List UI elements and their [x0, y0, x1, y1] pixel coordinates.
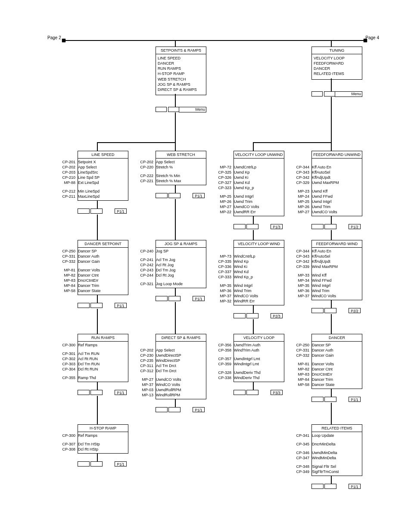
param-code: CP-242 [136, 262, 155, 268]
param-name: Uwnd Kp [233, 170, 292, 175]
menu-item[interactable]: RUN RAMPS [158, 66, 204, 71]
param-code: MP-36 [214, 288, 233, 293]
param-code: MP-26 [214, 199, 233, 204]
param-name: Kff Auto En [311, 165, 370, 170]
param-name: Acl Rt Jog [155, 262, 214, 268]
bus-line [65, 40, 364, 41]
param-code: CP-221 [136, 178, 155, 184]
box-title: DIRECT SP & RAMPS [156, 334, 206, 342]
box-title: VELOCITY LOOP WIND [234, 240, 284, 248]
param-code: CP-300 [58, 342, 77, 348]
menu-item[interactable]: H-STOP RAMP [158, 71, 204, 76]
param-name: Wind Intgrl [233, 283, 292, 288]
param-code: CP-303 [58, 361, 77, 367]
param-code: CP-359 [214, 361, 233, 367]
param-name: Dcl Rt HStp [77, 447, 136, 452]
param-code: MP-83 [292, 372, 311, 377]
param-name: UwndCO Volts [233, 204, 292, 209]
param-code: MP-72 [214, 165, 233, 170]
menu-button[interactable]: Menu [179, 107, 206, 112]
param-name: Wind Ki [233, 264, 292, 269]
param-name: Uwnd Trim [233, 199, 292, 204]
param-name: Wind Intgrl [311, 283, 370, 288]
param-code: CP-222 [136, 173, 155, 178]
param-code: MP-27 [292, 209, 311, 215]
param-code: MP-32 [214, 299, 233, 304]
param-name: DncrCtntErr [77, 278, 136, 283]
param-name: Setpoint X [77, 159, 136, 165]
pager: P2/3 [234, 313, 284, 319]
param-name: Wind FFwd [311, 278, 370, 283]
param-code: CP-333 [214, 274, 233, 280]
param-code: CP-329 [292, 180, 311, 185]
param-name: Uwnd Intgrl [233, 194, 292, 199]
param-name: MaxLineSpd [77, 194, 136, 199]
param-code: CP-338 [214, 375, 233, 380]
param-code: CP-212 [58, 189, 77, 194]
param-code: CP-336 [214, 264, 233, 269]
pager: P2/2 [311, 308, 362, 314]
menu-item[interactable]: WEB STRETCH [158, 77, 204, 82]
param-name: Min LineSpd [77, 189, 136, 194]
param-code: CP-321 [136, 281, 155, 286]
box-title: FEEDFORWARD WIND [312, 240, 362, 248]
param-code: MP-82 [58, 273, 77, 278]
param-name: Dancer Trim [77, 283, 136, 288]
param-name: Dancer Gain [311, 353, 370, 358]
param-name: Acl Rt RUN [77, 356, 136, 361]
pager: P1/1 [78, 208, 128, 215]
param-code: MP-27 [136, 377, 155, 382]
menu-item[interactable]: VELOCITY LOOP [314, 56, 360, 61]
param-name: Dancer Volts [311, 361, 370, 367]
param-code: MP-58 [292, 382, 311, 387]
param-code: MP-27 [214, 204, 233, 209]
pager: P3/3 [234, 390, 284, 396]
menu-item[interactable]: JOG SP & RAMPS [158, 82, 204, 87]
param-code: CP-344 [292, 249, 311, 254]
param-name: Stretch % [155, 165, 214, 170]
param-name: Uwnd Trim [311, 204, 370, 209]
param-name: Dancer Ctnt [77, 273, 136, 278]
menu-item[interactable]: LINE SPEED [158, 56, 204, 61]
param-name: WindRR Err [233, 299, 292, 304]
menu-item[interactable]: FEEDFORWARD [314, 61, 360, 66]
menu-button[interactable]: Menu [335, 91, 362, 97]
param-code: CP-344 [292, 165, 311, 170]
param-name: KffAdjUpdt [311, 175, 370, 180]
param-code: MP-73 [214, 254, 233, 259]
param-code: CP-202 [136, 159, 155, 165]
param-name: Ramp Thd [77, 375, 136, 380]
param-name: Loop Update [311, 433, 370, 438]
menu-item[interactable]: DANCER [314, 66, 360, 71]
param-code: CP-325 [214, 170, 233, 175]
param-name: Wind Trim [311, 288, 370, 293]
menu-item[interactable]: RELATED ITEMS [314, 71, 360, 76]
param-code: CP-346 [292, 450, 311, 455]
param-name: Dancer State [311, 382, 370, 387]
param-name: UwndCO Volts [155, 377, 214, 382]
box-title: WEB STRETCH [156, 151, 206, 159]
param-code: CP-356 [214, 342, 233, 348]
param-code: CP-201 [58, 159, 77, 165]
param-code: CP-357 [214, 356, 233, 361]
param-name: KffAdjUpdt [311, 259, 370, 264]
param-name: Dcl Tm Drct [155, 368, 214, 373]
param-code: CP-343 [292, 254, 311, 259]
param-name: Dancer Auth [77, 254, 136, 259]
param-code: CP-250 [292, 342, 311, 348]
param-code: MP-37 [292, 293, 311, 299]
menu-box: TUNINGVELOCITY LOOPFEEDFORWARDDANCERRELA… [311, 47, 362, 80]
param-name: WindIntgrl Lmt [233, 361, 292, 367]
param-code: CP-348 [292, 464, 311, 469]
page-right-label: Page 4 [365, 35, 379, 40]
param-code: CP-311 [136, 363, 155, 368]
param-name: Jog SP [155, 249, 214, 254]
menu-item[interactable]: DIRECT SP & RAMPS [158, 87, 204, 92]
param-code: MP-35 [292, 283, 311, 288]
param-code: MP-26 [292, 204, 311, 209]
param-code: CP-240 [136, 249, 155, 254]
menu-item[interactable]: DANCER [158, 61, 204, 66]
param-code: CP-331 [292, 348, 311, 353]
param-code: CP-328 [214, 370, 233, 375]
param-name: Dancer Gain [77, 259, 136, 264]
